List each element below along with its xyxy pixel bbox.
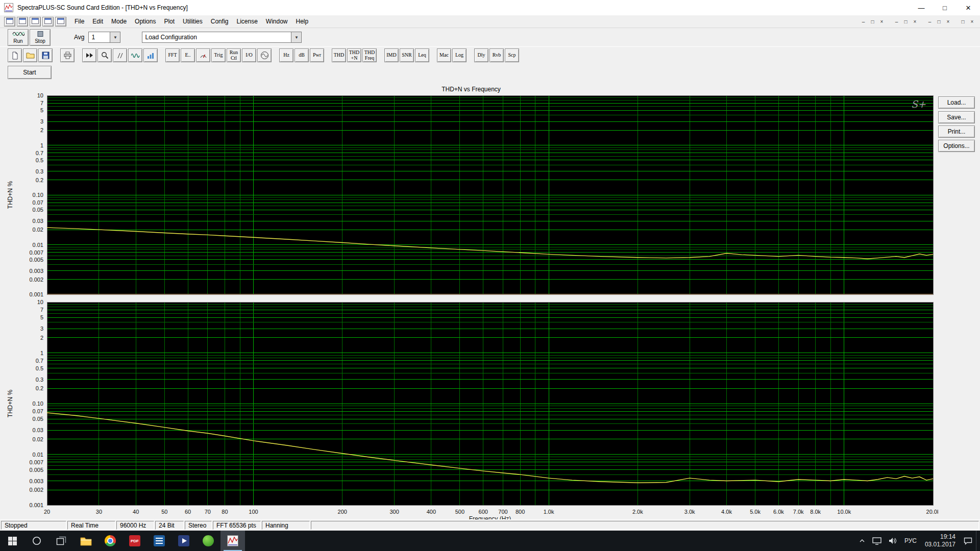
svg-text:5.0k: 5.0k: [750, 509, 761, 515]
layout-preset-4-button[interactable]: [42, 17, 54, 27]
imd-button[interactable]: IMD: [384, 48, 399, 62]
taskbar-chrome-button[interactable]: [98, 531, 122, 551]
mdi-close-button[interactable]: ×: [912, 19, 918, 24]
hz-button[interactable]: Hz: [279, 48, 293, 62]
svg-text:3: 3: [40, 118, 43, 124]
taskbar-spectraplus-button[interactable]: [220, 531, 245, 551]
print-plot-button[interactable]: Print...: [938, 126, 975, 138]
stop-button[interactable]: Stop: [30, 29, 51, 46]
thd-button[interactable]: THD: [332, 48, 346, 62]
mdi-close-button[interactable]: ×: [969, 19, 975, 24]
menu-help[interactable]: Help: [292, 16, 313, 27]
scope-button[interactable]: Scp: [505, 48, 519, 62]
reverb-button[interactable]: Rvb: [489, 48, 504, 62]
show-desktop-button[interactable]: [976, 531, 980, 551]
options-plot-button[interactable]: Options...: [938, 140, 975, 152]
thd-freq-button[interactable]: THD Freq: [362, 48, 377, 62]
trigger-button[interactable]: Trig: [211, 48, 226, 62]
load-plot-button[interactable]: Load...: [938, 96, 975, 109]
svg-text:10.0k: 10.0k: [837, 509, 851, 515]
mdi-minimize-button[interactable]: –: [894, 19, 899, 24]
layout-preset-3-button[interactable]: [30, 17, 41, 27]
open-file-button[interactable]: [23, 48, 37, 62]
io-device-button[interactable]: I/O: [242, 48, 256, 62]
menu-edit[interactable]: Edit: [88, 16, 107, 27]
pwr-button[interactable]: Pwr: [310, 48, 324, 62]
minimize-button[interactable]: —: [910, 0, 933, 15]
run-control-button[interactable]: Run Ctl: [227, 48, 241, 62]
window-title: SpectraPLUS-SC Sound Card Edition - [THD…: [17, 4, 188, 11]
configuration-select[interactable]: Load Configuration ▼: [142, 32, 302, 43]
volume-tray-icon[interactable]: [885, 531, 901, 551]
cursor-button[interactable]: [113, 48, 127, 62]
run-button[interactable]: Run: [8, 29, 29, 46]
taskbar-docs-app-button[interactable]: [147, 531, 172, 551]
mdi-minimize-button[interactable]: –: [927, 19, 933, 24]
language-indicator[interactable]: РУС: [901, 531, 920, 551]
display-tray-icon[interactable]: [869, 531, 885, 551]
taskbar-search-button[interactable]: [24, 531, 49, 551]
svg-text:7: 7: [40, 307, 43, 313]
menu-utilities[interactable]: Utilities: [179, 16, 207, 27]
thdn-chart-top[interactable]: 10753210.70.50.30.20.100.070.050.030.020…: [4, 92, 938, 298]
stop-square-icon: [34, 31, 46, 38]
mdi-minimize-button[interactable]: –: [861, 19, 866, 24]
layout-preset-5-button[interactable]: [55, 17, 66, 27]
delay-button[interactable]: Dly: [474, 48, 488, 62]
start-menu-button[interactable]: [0, 531, 24, 551]
taskbar-file-explorer-button[interactable]: [74, 531, 98, 551]
time-series-button[interactable]: [128, 48, 142, 62]
mdi-close-button[interactable]: ×: [879, 19, 885, 24]
start-measurement-button[interactable]: Start: [8, 66, 52, 79]
save-plot-button[interactable]: Save...: [938, 111, 975, 123]
mdi-restore-button[interactable]: □: [936, 19, 942, 24]
taskbar-task-view-button[interactable]: [49, 531, 74, 551]
save-file-button[interactable]: [38, 48, 53, 62]
calibration-button[interactable]: [196, 48, 210, 62]
layout-preset-2-button[interactable]: [17, 17, 28, 27]
tray-expand-caret-icon[interactable]: [855, 531, 869, 551]
logging-button[interactable]: Log: [452, 48, 467, 62]
menu-options[interactable]: Options: [131, 16, 160, 27]
thd-n-button[interactable]: THD +N: [347, 48, 361, 62]
avg-select[interactable]: 1 ▼: [88, 32, 120, 43]
spectrum-button[interactable]: [143, 48, 158, 62]
menu-config[interactable]: Config: [207, 16, 233, 27]
fft-settings-button[interactable]: FFT: [165, 48, 180, 62]
pdf-icon: PDF: [129, 535, 140, 546]
macro-button[interactable]: Mac: [437, 48, 451, 62]
db-button[interactable]: dB: [295, 48, 309, 62]
mdi-restore-button[interactable]: □: [870, 19, 875, 24]
menu-license[interactable]: License: [232, 16, 261, 27]
maximize-button[interactable]: □: [933, 0, 957, 15]
menu-window[interactable]: Window: [262, 16, 292, 27]
thdn-chart-bottom[interactable]: 10753210.70.50.30.20.100.070.050.030.020…: [4, 298, 938, 524]
taskbar-green-app-button[interactable]: [196, 531, 220, 551]
snr-button[interactable]: SNR: [400, 48, 414, 62]
chevron-down-icon[interactable]: ▼: [291, 32, 301, 42]
zoom-button[interactable]: [97, 48, 112, 62]
scaling-button[interactable]: E..: [181, 48, 195, 62]
leq-button[interactable]: Leq: [415, 48, 429, 62]
svg-text:6.0k: 6.0k: [773, 509, 784, 515]
signal-generator-button[interactable]: [257, 48, 272, 62]
svg-text:1: 1: [40, 350, 43, 356]
layout-preset-1-button[interactable]: [4, 17, 15, 27]
menu-mode[interactable]: Mode: [107, 16, 131, 27]
action-center-icon[interactable]: [960, 531, 976, 551]
close-button[interactable]: ✕: [957, 0, 980, 15]
menu-plot[interactable]: Plot: [160, 16, 179, 27]
mdi-restore-button[interactable]: □: [960, 19, 966, 24]
printer-icon: [63, 52, 72, 59]
taskbar-pdf-app-button[interactable]: PDF: [122, 531, 147, 551]
mdi-close-button[interactable]: ×: [945, 19, 951, 24]
print-button[interactable]: [60, 48, 75, 62]
taskbar-media-app-button[interactable]: [172, 531, 196, 551]
mdi-restore-button[interactable]: □: [903, 19, 909, 24]
chevron-down-icon[interactable]: ▼: [110, 32, 120, 42]
new-file-button[interactable]: [8, 48, 22, 62]
fast-forward-button[interactable]: [82, 48, 96, 62]
taskbar-clock[interactable]: 19:14 03.01.2017: [920, 533, 960, 548]
plot-title: THD+N vs Frequency: [4, 86, 938, 93]
menu-file[interactable]: File: [70, 16, 88, 27]
